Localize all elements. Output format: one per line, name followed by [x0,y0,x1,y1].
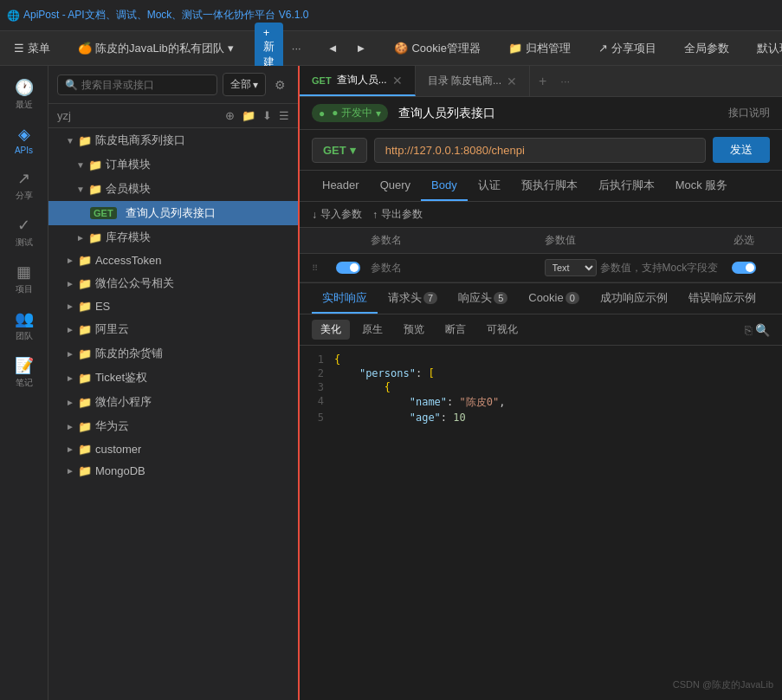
param-type-select[interactable]: Text File JSON [545,259,597,276]
import-params-button[interactable]: ↓ 导入参数 [312,207,362,222]
export-params-button[interactable]: ↑ 导出参数 [372,207,423,222]
col-param-name: 参数名 [371,233,545,248]
tree-item-mongodb[interactable]: ► 📁 MongoDB [48,460,298,482]
param-name-input[interactable] [371,262,545,274]
get-method-icon: GET [90,207,117,219]
env-badge[interactable]: ● ● 开发中 ▾ [312,104,388,122]
tree-item-chenpi[interactable]: ▼ 📁 陈皮电商系列接口 [48,128,298,152]
share-project[interactable]: ↗ 分享项目 [591,37,663,60]
param-value-input[interactable] [600,262,719,274]
tree-item-wechat-mini[interactable]: ► 📁 微信小程序 [48,390,298,414]
filter-dropdown[interactable]: 全部 ▾ [223,73,266,96]
chevron-down-icon: ▾ [350,144,356,157]
tab-close-icon[interactable]: ✕ [507,75,517,88]
user-action-3[interactable]: ⬇ [262,109,272,122]
response-tab-cookies[interactable]: Cookie 0 [518,283,590,314]
nav-right[interactable]: ► [349,38,374,58]
chevron-icon: ► [66,256,74,265]
api-name: 查询人员列表接口 [398,106,495,121]
chevron-icon: ► [76,233,85,243]
main-layout: 🕐 最近 ◈ APIs ↗ 分享 ✓ 测试 ▦ 项目 👥 团队 📝 笔记 [0,66,782,700]
tree-item-member[interactable]: ▼ 📁 会员模块 [48,177,298,201]
send-button[interactable]: 发送 [713,137,770,163]
chevron-icon: ▼ [66,136,74,146]
search-box[interactable]: 🔍 [57,75,217,95]
archive-manager[interactable]: 📁 归档管理 [501,37,578,60]
row-toggle[interactable] [336,262,360,274]
response-tab-req-headers[interactable]: 请求头 7 [378,283,448,314]
visualize-button[interactable]: 可视化 [478,320,527,340]
tree-item-access-token[interactable]: ► 📁 AccessToken [48,250,298,271]
user-action-2[interactable]: 📁 [242,109,255,122]
folder-icon: 📁 [78,254,92,267]
beautify-button[interactable]: 美化 [312,320,350,340]
tree-item-stock[interactable]: ► 📁 库存模块 [48,225,298,250]
response-tab-realtime[interactable]: 实时响应 [312,283,378,314]
tree-item-customer[interactable]: ► 📁 customer [48,438,298,460]
folder-icon: 📁 [78,443,92,456]
sidebar-item-apis[interactable]: ◈ APIs [5,120,43,160]
copy-icon[interactable]: ⎘ [745,323,752,337]
tab-more-button[interactable]: ··· [555,75,575,88]
assert-button[interactable]: 断言 [436,320,475,340]
import-icon: ↓ [312,209,317,221]
tab-label: 目录 陈皮电商... [428,74,501,88]
response-tab-success[interactable]: 成功响应示例 [590,283,678,314]
required-toggle[interactable] [732,262,756,274]
response-tabs: 实时响应 请求头 7 响应头 5 Cookie 0 成功响应示例 错误响应示例 [300,283,782,314]
tree-item-huawei[interactable]: ► 📁 华为云 [48,414,298,438]
sidebar-item-notes[interactable]: 📝 笔记 [5,351,43,394]
folder-icon: 📁 [88,183,102,196]
url-input[interactable] [374,138,706,163]
sidebar-item-share[interactable]: ↗ 分享 [5,164,43,207]
body-actions: ↓ 导入参数 ↑ 导出参数 [300,202,782,228]
env-selector[interactable]: 默认环境 ▾ [750,37,782,60]
cookie-icon: 🍪 [394,42,408,55]
tree-item-misc-shop[interactable]: ► 📁 陈皮的杂货铺 [48,341,298,366]
sidebar-item-test[interactable]: ✓ 测试 [5,211,43,254]
tab-post-script[interactable]: 后执行脚本 [588,171,665,201]
tab-auth[interactable]: 认证 [468,171,511,201]
tree-item-es[interactable]: ► 📁 ES [48,295,298,317]
tab-body[interactable]: Body [421,171,468,201]
tab-query-api[interactable]: GET 查询人员... ✕ [300,66,416,96]
code-line-2: 2 "persons": [ [300,366,782,380]
cookie-manager[interactable]: 🍪 Cookie管理器 [387,37,487,60]
method-select[interactable]: GET ▾ [312,138,367,163]
chevron-icon: ► [66,279,74,288]
response-tab-error[interactable]: 错误响应示例 [678,283,766,314]
tab-close-icon[interactable]: ✕ [392,74,403,88]
response-tab-res-headers[interactable]: 响应头 5 [448,283,518,314]
tab-add-button[interactable]: + [530,74,555,89]
tab-header[interactable]: Header [312,171,370,201]
tree-item-wechat-public[interactable]: ► 📁 微信公众号相关 [48,271,298,295]
sidebar-item-project[interactable]: ▦ 项目 [5,257,43,301]
sidebar-item-team[interactable]: 👥 团队 [5,304,43,347]
team-selector[interactable]: 🍊 陈皮的JavaLib的私有团队 ▾ [71,37,241,60]
tree-item-ticket[interactable]: ► 📁 Ticket鉴权 [48,366,298,390]
tree-item-query-api[interactable]: GET 查询人员列表接口 [48,201,298,225]
user-action-1[interactable]: ⊕ [225,109,235,122]
tree-item-order[interactable]: ▼ 📁 订单模块 [48,152,298,177]
search-icon[interactable]: 🔍 [755,323,770,337]
menu-button[interactable]: ☰ ☰ 菜单 菜单 [7,37,57,60]
raw-button[interactable]: 原生 [353,320,391,340]
response-toolbar: 美化 原生 预览 断言 可视化 ⎘ 🔍 [300,314,782,346]
tab-pre-script[interactable]: 预执行脚本 [511,171,588,201]
tree-item-aliyun[interactable]: ► 📁 阿里云 [48,317,298,341]
user-action-4[interactable]: ☰ [279,109,289,122]
drag-handle[interactable]: ⠿ [312,263,336,273]
tab-label: 查询人员... [337,73,387,88]
api-desc-button[interactable]: 接口说明 [728,106,770,120]
tab-chenpi-doc[interactable]: 目录 陈皮电商... ✕ [416,66,530,96]
more-button[interactable]: ··· [287,38,307,58]
tab-mock[interactable]: Mock 服务 [665,171,739,201]
nav-left[interactable]: ◄ [320,38,346,58]
settings-icon[interactable]: ⚙ [275,78,286,92]
chevron-icon: ► [66,398,74,407]
preview-button[interactable]: 预览 [395,320,433,340]
tab-query[interactable]: Query [370,171,421,201]
sidebar-item-recent[interactable]: 🕐 最近 [5,73,43,116]
global-params[interactable]: 全局参数 [677,37,736,60]
search-input[interactable] [81,79,210,91]
